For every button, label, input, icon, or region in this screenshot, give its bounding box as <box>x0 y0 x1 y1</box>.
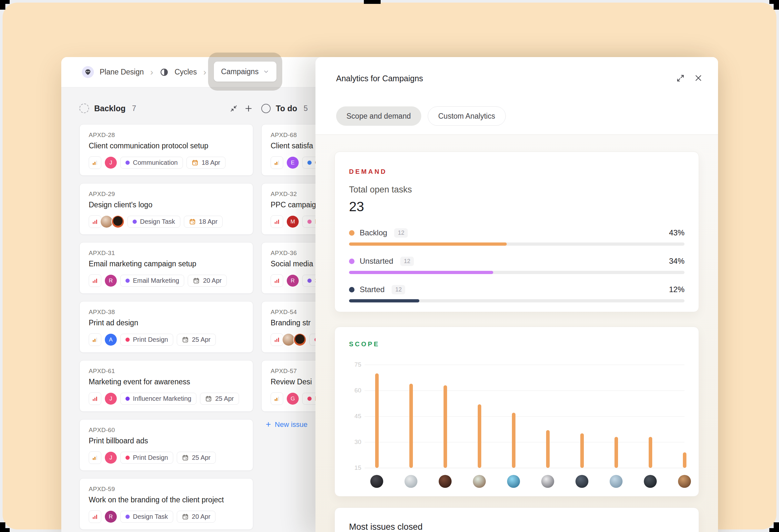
issue-title: Marketing event for awareness <box>89 378 244 386</box>
chart-gridline <box>364 468 684 468</box>
assignee-avatar[interactable]: A <box>105 334 117 346</box>
tab-scope-and-demand[interactable]: Scope and demand <box>336 107 421 126</box>
assignee-avatar[interactable]: J <box>105 393 117 405</box>
issue-card[interactable]: APXD-60Print billboard ads JPrint Design… <box>79 419 253 471</box>
demand-row-unstarted: Unstarted1234% <box>349 256 684 281</box>
state-count-badge: 12 <box>400 257 414 266</box>
column-count: 7 <box>132 104 136 113</box>
label-chip[interactable]: Influencer Marketing <box>120 393 196 405</box>
label-chip[interactable]: Design Task <box>127 216 180 227</box>
due-date-chip[interactable]: 20 Apr <box>177 511 216 523</box>
due-date-text: 20 Apr <box>192 513 211 520</box>
due-date-text: 18 Apr <box>201 159 220 167</box>
state-percent: 12% <box>669 285 684 294</box>
assignee-avatar[interactable]: J <box>105 157 117 169</box>
due-date-text: 25 Apr <box>215 395 234 402</box>
assignee-avatar[interactable]: R <box>287 275 299 287</box>
due-date-chip[interactable]: 20 Apr <box>188 275 227 287</box>
column-title: Backlog <box>94 104 125 113</box>
priority-icon[interactable] <box>271 215 283 228</box>
priority-icon[interactable] <box>89 215 101 228</box>
label-dot-icon <box>125 279 130 283</box>
assignee-avatar[interactable]: J <box>105 452 117 464</box>
most-issues-closed-title: Most issues closed <box>349 522 423 532</box>
new-issue-label: New issue <box>275 420 307 429</box>
due-date-chip[interactable]: 25 Apr <box>177 334 216 346</box>
campaigns-dropdown-button[interactable]: Campaigns <box>214 62 276 81</box>
state-percent: 34% <box>669 257 684 266</box>
chart-bar <box>580 433 584 468</box>
label-dot-icon <box>125 338 130 342</box>
label-dot-icon <box>307 279 312 283</box>
assignee-avatar[interactable] <box>112 216 124 227</box>
label-chip[interactable]: Print Design <box>120 452 173 464</box>
issue-card[interactable]: APXD-59Work on the branding of the clien… <box>79 478 253 530</box>
column-cards: APXD-28Client communication protocol set… <box>79 124 253 530</box>
breadcrumb: Plane Design › Cycles › <box>82 57 207 87</box>
label-dot-icon <box>307 219 312 224</box>
progress-track <box>349 243 684 246</box>
demand-row-line: Started1212% <box>349 284 684 295</box>
issue-card[interactable]: APXD-29Design client's logo Design Task … <box>79 183 253 235</box>
assignee-avatar[interactable] <box>283 334 295 346</box>
assignee-avatar[interactable] <box>101 216 113 227</box>
assignee-avatar[interactable]: M <box>287 216 299 227</box>
issue-card[interactable]: APXD-28Client communication protocol set… <box>79 124 253 176</box>
label-dot-icon <box>125 456 130 460</box>
priority-icon[interactable] <box>89 333 101 346</box>
breadcrumb-workspace[interactable]: Plane Design <box>100 68 144 76</box>
modal-content: DEMAND Total open tasks 23 Backlog1243%U… <box>315 135 718 532</box>
close-icon[interactable] <box>694 73 703 83</box>
priority-icon[interactable] <box>271 392 283 405</box>
chart-bar <box>512 413 516 468</box>
due-date-text: 25 Apr <box>192 336 211 343</box>
due-date-chip[interactable]: 18 Apr <box>186 157 226 169</box>
assignee-avatar[interactable]: R <box>105 275 117 287</box>
issue-chips: REmail Marketing 20 Apr <box>89 274 227 287</box>
label-chip[interactable]: Print Design <box>120 334 173 346</box>
issue-id: APXD-59 <box>89 485 244 493</box>
due-date-chip[interactable]: 25 Apr <box>200 393 239 405</box>
assignee-avatar[interactable]: R <box>105 511 117 523</box>
assignee-avatar[interactable] <box>294 334 306 346</box>
assignee-avatar[interactable]: G <box>287 393 299 405</box>
breadcrumb-section[interactable]: Cycles <box>175 68 197 76</box>
issue-card[interactable]: APXD-61Marketing event for awareness JIn… <box>79 360 253 412</box>
issue-card[interactable]: APXD-31Email marketing campaign setup RE… <box>79 242 253 294</box>
label-text: Design Task <box>140 218 175 225</box>
calendar-icon <box>182 336 189 343</box>
priority-icon[interactable] <box>271 156 283 169</box>
priority-icon[interactable] <box>89 274 101 287</box>
due-date-chip[interactable]: 18 Apr <box>184 216 223 227</box>
label-dot-icon <box>125 397 130 401</box>
priority-icon[interactable] <box>89 156 101 169</box>
priority-icon[interactable] <box>89 511 101 523</box>
label-chip[interactable]: Email Marketing <box>120 275 184 287</box>
scope-section-label: SCOPE <box>349 340 380 348</box>
workspace-logo-icon[interactable] <box>82 66 94 78</box>
label-dot-icon <box>133 219 137 224</box>
priority-icon[interactable] <box>271 274 283 287</box>
column-count: 5 <box>304 104 308 113</box>
issue-title: Email marketing campaign setup <box>89 260 244 268</box>
priority-icon[interactable] <box>89 392 101 405</box>
issue-title: Print billboard ads <box>89 437 244 445</box>
add-issue-icon[interactable] <box>244 104 253 113</box>
analytics-tabs: Scope and demandCustom Analytics <box>336 107 506 126</box>
due-date-chip[interactable]: 25 Apr <box>177 452 216 464</box>
label-chip[interactable]: Communication <box>120 157 183 169</box>
priority-icon[interactable] <box>89 451 101 464</box>
member-avatar-image <box>370 475 383 488</box>
label-dot-icon <box>307 397 312 401</box>
issue-card[interactable]: APXD-38Print ad design APrint Design 25 … <box>79 301 253 353</box>
chart-bar <box>614 437 618 468</box>
issue-id: APXD-31 <box>89 250 244 257</box>
priority-icon[interactable] <box>271 333 283 346</box>
assignee-avatar[interactable]: E <box>287 157 299 169</box>
state-count-badge: 12 <box>392 285 405 294</box>
label-chip[interactable]: Design Task <box>120 511 173 523</box>
due-date-text: 18 Apr <box>199 218 218 225</box>
collapse-column-icon[interactable] <box>229 104 238 113</box>
expand-icon[interactable] <box>675 73 685 83</box>
tab-custom-analytics[interactable]: Custom Analytics <box>428 107 506 126</box>
